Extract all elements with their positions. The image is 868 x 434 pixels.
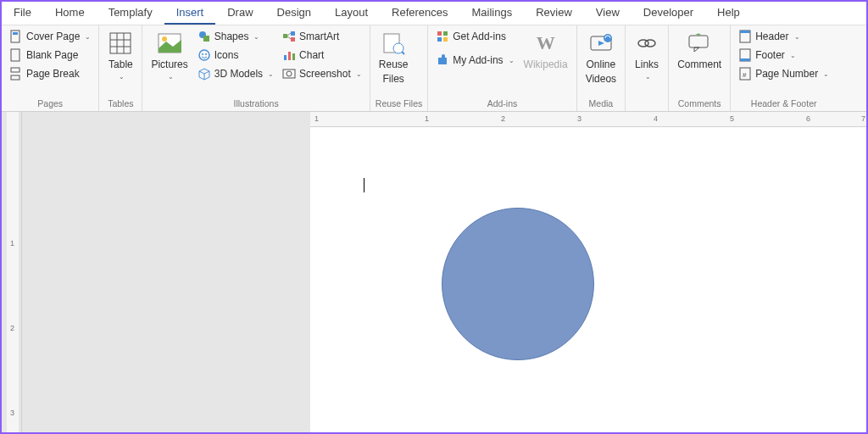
3d-models-button[interactable]: 3D Models ⌄ bbox=[195, 65, 276, 82]
my-addins-button[interactable]: My Add-ins ⌄ bbox=[433, 52, 516, 69]
tab-developer[interactable]: Developer bbox=[632, 2, 705, 25]
circle-shape[interactable] bbox=[442, 208, 594, 360]
svg-rect-47 bbox=[740, 58, 750, 61]
tab-help[interactable]: Help bbox=[705, 2, 752, 25]
tab-file[interactable]: File bbox=[2, 2, 43, 25]
group-comments: + Comment Comments bbox=[669, 25, 731, 111]
cover-page-label: Cover Page bbox=[26, 31, 80, 42]
blank-page-label: Blank Page bbox=[26, 49, 78, 61]
footer-icon bbox=[738, 48, 752, 62]
screenshot-button[interactable]: Screenshot⌄ bbox=[280, 65, 364, 82]
online-label: Online bbox=[587, 58, 616, 70]
tab-layout[interactable]: Layout bbox=[323, 2, 380, 25]
chevron-down-icon: ⌄ bbox=[85, 33, 91, 41]
workspace: 1 2 3 1 1 2 3 4 5 6 7 bbox=[2, 112, 866, 434]
3d-models-label: 3D Models bbox=[214, 68, 263, 80]
tab-home[interactable]: Home bbox=[43, 2, 97, 25]
tab-mailings[interactable]: Mailings bbox=[460, 2, 525, 25]
store-icon bbox=[436, 30, 449, 43]
page-break-button[interactable]: Page Break bbox=[7, 65, 93, 82]
comment-button[interactable]: + Comment bbox=[674, 28, 725, 73]
shapes-button[interactable]: Shapes⌄ bbox=[195, 28, 276, 45]
svg-point-40 bbox=[645, 40, 655, 47]
hruler-tick: 1 bbox=[425, 114, 429, 123]
group-links-label bbox=[631, 97, 663, 111]
group-pages: Cover Page⌄ Blank Page Page Break Pages bbox=[2, 25, 99, 111]
hruler-tick: 5 bbox=[730, 114, 734, 123]
hruler-tick: 6 bbox=[806, 114, 810, 123]
icons-button[interactable]: Icons bbox=[195, 47, 276, 64]
blank-page-icon bbox=[9, 48, 23, 62]
svg-rect-5 bbox=[110, 33, 131, 53]
tab-draw[interactable]: Draw bbox=[215, 2, 264, 25]
header-button[interactable]: Header⌄ bbox=[736, 28, 832, 45]
tab-templafy[interactable]: Templafy bbox=[97, 2, 164, 25]
vruler-tick: 3 bbox=[10, 409, 14, 417]
horizontal-ruler[interactable]: 1 1 2 3 4 5 6 7 bbox=[310, 112, 866, 127]
svg-text:#: # bbox=[743, 71, 747, 79]
get-addins-label: Get Add-ins bbox=[453, 31, 506, 42]
reuse-files-button[interactable]: Reuse Files bbox=[376, 28, 412, 88]
page-break-icon bbox=[9, 67, 23, 81]
blank-page-button[interactable]: Blank Page bbox=[7, 47, 93, 64]
svg-rect-19 bbox=[283, 34, 287, 38]
tab-review[interactable]: Review bbox=[524, 2, 584, 25]
table-button[interactable]: Table ⌄ bbox=[104, 28, 136, 84]
tab-view[interactable]: View bbox=[584, 2, 632, 25]
svg-rect-4 bbox=[11, 75, 19, 80]
hruler-tick: 1 bbox=[314, 114, 319, 123]
footer-button[interactable]: Footer⌄ bbox=[736, 47, 832, 64]
svg-point-16 bbox=[205, 53, 207, 55]
comment-label: Comment bbox=[677, 58, 721, 70]
svg-point-28 bbox=[287, 71, 292, 76]
chevron-down-icon: ⌄ bbox=[509, 57, 515, 64]
screenshot-icon bbox=[282, 67, 296, 81]
group-header-footer: Header⌄ Footer⌄ # Page Number⌄ Header & … bbox=[731, 25, 837, 111]
chevron-down-icon: ⌄ bbox=[790, 52, 796, 59]
document-page[interactable] bbox=[310, 127, 866, 434]
group-reuse-files: Reuse Files Reuse Files bbox=[370, 25, 428, 111]
margin-area bbox=[22, 112, 310, 434]
chart-button[interactable]: Chart bbox=[280, 47, 364, 64]
page-number-button[interactable]: # Page Number⌄ bbox=[736, 65, 832, 82]
svg-line-23 bbox=[287, 36, 291, 39]
smartart-button[interactable]: SmartArt bbox=[280, 28, 364, 45]
get-addins-button[interactable]: Get Add-ins bbox=[433, 28, 516, 45]
cover-page-button[interactable]: Cover Page⌄ bbox=[7, 28, 93, 45]
ribbon: Cover Page⌄ Blank Page Page Break Pages … bbox=[2, 25, 866, 112]
group-media: Online Videos Media bbox=[577, 25, 626, 111]
chevron-down-icon: ⌄ bbox=[645, 73, 651, 81]
links-button[interactable]: Links ⌄ bbox=[631, 28, 663, 84]
tab-insert[interactable]: Insert bbox=[164, 2, 216, 25]
svg-point-15 bbox=[202, 53, 203, 55]
chevron-down-icon: ⌄ bbox=[253, 33, 259, 41]
link-icon bbox=[634, 31, 659, 56]
group-addins-label: Add-ins bbox=[433, 97, 570, 111]
svg-rect-13 bbox=[203, 36, 209, 42]
puzzle-icon bbox=[436, 53, 449, 67]
wikipedia-button[interactable]: W Wikipedia bbox=[520, 28, 571, 73]
group-hf-label: Header & Footer bbox=[736, 97, 832, 111]
svg-rect-3 bbox=[11, 68, 19, 72]
svg-rect-26 bbox=[292, 53, 295, 60]
smartart-label: SmartArt bbox=[299, 31, 339, 42]
video-icon bbox=[588, 31, 614, 56]
online-videos-button[interactable]: Online Videos bbox=[582, 28, 620, 88]
svg-rect-21 bbox=[291, 37, 295, 42]
group-tables-label: Tables bbox=[104, 97, 136, 111]
videos-label: Videos bbox=[586, 73, 616, 85]
svg-marker-37 bbox=[598, 41, 604, 46]
group-addins: Get Add-ins My Add-ins ⌄ W Wikipedia Add… bbox=[428, 25, 576, 111]
pictures-button[interactable]: Pictures ⌄ bbox=[147, 28, 191, 84]
vertical-ruler[interactable]: 1 2 3 bbox=[2, 112, 22, 434]
svg-rect-24 bbox=[284, 55, 287, 60]
my-addins-label: My Add-ins bbox=[453, 54, 503, 66]
chevron-down-icon: ⌄ bbox=[794, 33, 800, 41]
tab-references[interactable]: References bbox=[380, 2, 459, 25]
reuse-files-label1: Reuse bbox=[379, 58, 409, 70]
links-label: Links bbox=[635, 58, 659, 70]
icons-icon bbox=[198, 48, 211, 62]
page-break-label: Page Break bbox=[26, 68, 80, 80]
header-icon bbox=[738, 30, 752, 43]
tab-design[interactable]: Design bbox=[265, 2, 323, 25]
